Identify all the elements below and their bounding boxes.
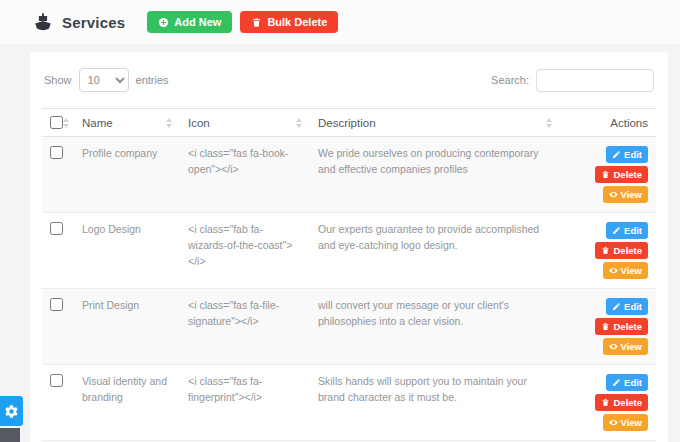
table-row: Logo Design <i class="fab fa-wizards-of-…: [42, 213, 656, 289]
table-header-row: Name Icon Description Actions: [42, 109, 656, 137]
sort-icon: [546, 118, 552, 128]
settings-toggle-button[interactable]: [0, 396, 23, 426]
row-actions: Edit Delete View: [568, 374, 648, 431]
add-new-button[interactable]: Add New: [147, 11, 232, 33]
show-label: Show: [44, 74, 72, 86]
delete-button[interactable]: Delete: [595, 166, 648, 183]
column-header-actions: Actions: [560, 109, 656, 137]
search-input[interactable]: [536, 69, 654, 92]
column-header-description[interactable]: Description: [310, 109, 560, 137]
search-control: Search:: [491, 69, 654, 92]
sort-icon: [296, 118, 302, 128]
page-length-select[interactable]: 10: [79, 68, 129, 92]
edit-button[interactable]: Edit: [606, 298, 648, 315]
row-checkbox[interactable]: [50, 298, 63, 311]
trash-icon: [601, 246, 610, 255]
bulk-delete-button[interactable]: Bulk Delete: [240, 11, 338, 33]
edit-button[interactable]: Edit: [606, 374, 648, 391]
view-button[interactable]: View: [603, 186, 648, 203]
row-actions: Edit Delete View: [568, 298, 648, 355]
service-description: We pride ourselves on producing contempo…: [310, 137, 560, 213]
edit-button[interactable]: Edit: [606, 222, 648, 239]
table-body: Profile company <i class="fas fa-book-op…: [42, 137, 656, 442]
row-checkbox[interactable]: [50, 146, 63, 159]
service-name: Print Design: [74, 289, 180, 365]
service-name: Profile company: [74, 137, 180, 213]
entries-label: entries: [136, 74, 169, 86]
row-checkbox[interactable]: [50, 222, 63, 235]
row-checkbox[interactable]: [50, 374, 63, 387]
column-header-name[interactable]: Name: [74, 109, 180, 137]
trash-icon: [601, 170, 610, 179]
service-name: Visual identity and branding: [74, 365, 180, 441]
pencil-icon: [612, 378, 621, 387]
service-icon-code: <i class="fab fa-wizards-of-the-coast"><…: [180, 213, 310, 289]
service-description: will convert your message or your client…: [310, 289, 560, 365]
eye-icon: [609, 266, 618, 275]
trash-icon: [601, 322, 610, 331]
trash-icon: [251, 17, 262, 28]
pencil-icon: [612, 226, 621, 235]
edit-button[interactable]: Edit: [606, 146, 648, 163]
services-table: Name Icon Description Actions Pro: [42, 108, 656, 442]
page-header: Services Add New Bulk Delete: [0, 0, 680, 44]
service-icon-code: <i class="fas fa-fingerprint"></i>: [180, 365, 310, 441]
select-all-header[interactable]: [42, 109, 74, 137]
eye-icon: [609, 190, 618, 199]
delete-button[interactable]: Delete: [595, 242, 648, 259]
ship-icon: [32, 11, 54, 33]
row-actions: Edit Delete View: [568, 146, 648, 203]
delete-button[interactable]: Delete: [595, 394, 648, 411]
plus-circle-icon: [158, 17, 169, 28]
side-toggle-button[interactable]: [0, 428, 20, 442]
table-row: Print Design <i class="fas fa-file-signa…: [42, 289, 656, 365]
view-button[interactable]: View: [603, 262, 648, 279]
service-description: Our experts guarantee to provide accompl…: [310, 213, 560, 289]
eye-icon: [609, 342, 618, 351]
table-row: Visual identity and branding <i class="f…: [42, 365, 656, 441]
service-description: Skills hands will support you to maintai…: [310, 365, 560, 441]
view-button[interactable]: View: [603, 414, 648, 431]
pencil-icon: [612, 150, 621, 159]
sort-icon: [63, 118, 69, 128]
select-all-checkbox[interactable]: [50, 116, 63, 129]
trash-icon: [601, 398, 610, 407]
table-row: Profile company <i class="fas fa-book-op…: [42, 137, 656, 213]
page-length-control: Show 10 entries: [44, 68, 169, 92]
page-title: Services: [62, 14, 125, 31]
service-icon-code: <i class="fas fa-file-signature"></i>: [180, 289, 310, 365]
services-card: Show 10 entries Search: Name: [30, 52, 668, 442]
column-header-icon[interactable]: Icon: [180, 109, 310, 137]
search-label: Search:: [491, 74, 529, 86]
service-icon-code: <i class="fas fa-book-open"></i>: [180, 137, 310, 213]
view-button[interactable]: View: [603, 338, 648, 355]
table-controls: Show 10 entries Search:: [44, 68, 654, 92]
eye-icon: [609, 418, 618, 427]
gear-icon: [4, 404, 19, 419]
pencil-icon: [612, 302, 621, 311]
row-actions: Edit Delete View: [568, 222, 648, 279]
service-name: Logo Design: [74, 213, 180, 289]
delete-button[interactable]: Delete: [595, 318, 648, 335]
sort-icon: [166, 118, 172, 128]
